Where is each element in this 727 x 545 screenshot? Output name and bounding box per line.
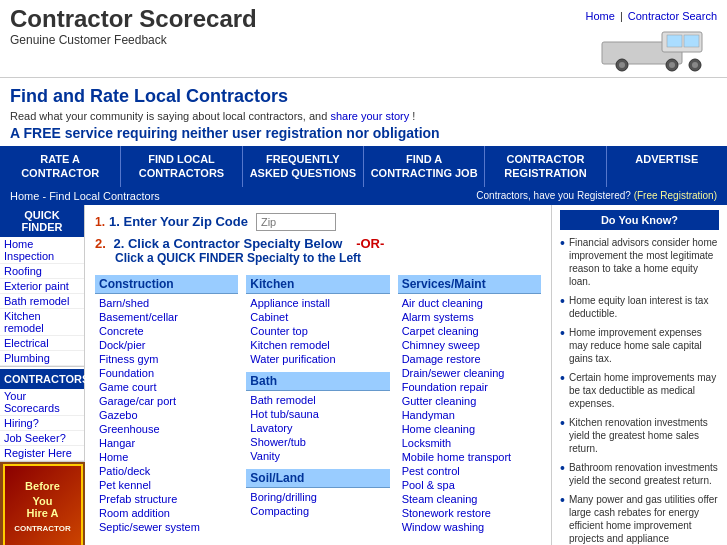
step2-sub: Click a QUICK FINDER Specialty to the Le… — [95, 251, 541, 265]
fact-4: • Certain home improvements may be tax d… — [560, 371, 719, 410]
cat-countertop[interactable]: Counter top — [246, 324, 389, 338]
cat-foundation[interactable]: Foundation — [95, 366, 238, 380]
cat-hangar[interactable]: Hangar — [95, 436, 238, 450]
free-service-text: A FREE service requiring neither user re… — [10, 125, 717, 141]
cat-home[interactable]: Home — [95, 450, 238, 464]
cat-greenhouse[interactable]: Greenhouse — [95, 422, 238, 436]
cat-bath-remodel[interactable]: Bath remodel — [246, 393, 389, 407]
left-sidebar: QUICK FINDER Home Inspection Roofing Ext… — [0, 205, 85, 545]
cat-carpet-cleaning[interactable]: Carpet cleaning — [398, 324, 541, 338]
cat-alarm-systems[interactable]: Alarm systems — [398, 310, 541, 324]
construction-header: Construction — [95, 275, 238, 294]
home-link[interactable]: Home — [586, 10, 615, 22]
sidebar-item-your-scorecards[interactable]: Your Scorecards — [0, 389, 84, 416]
middle-column: Kitchen Appliance install Cabinet Counte… — [246, 275, 389, 534]
zip-input[interactable] — [256, 213, 336, 231]
services-header: Services/Maint — [398, 275, 541, 294]
svg-point-9 — [692, 62, 698, 68]
cat-prefab[interactable]: Prefab structure — [95, 492, 238, 506]
sidebar-item-electrical[interactable]: Electrical — [0, 336, 84, 351]
cat-foundation-repair[interactable]: Foundation repair — [398, 380, 541, 394]
cat-kitchen-remodel[interactable]: Kitchen remodel — [246, 338, 389, 352]
cat-room-addition[interactable]: Room addition — [95, 506, 238, 520]
cat-vanity[interactable]: Vanity — [246, 449, 389, 463]
contractors-section: CONTRACTORS Your Scorecards Hiring? Job … — [0, 369, 84, 462]
header-nav: Home | Contractor Search — [586, 5, 717, 22]
sidebar-item-register-here[interactable]: Register Here — [0, 446, 84, 461]
contractor-search-link[interactable]: Contractor Search — [628, 10, 717, 22]
zip-label: 1. Enter Your Zip Code — [109, 214, 248, 229]
sidebar-item-plumbing[interactable]: Plumbing — [0, 351, 84, 366]
breadcrumb-left: Home - Find Local Contractors — [10, 190, 160, 202]
cat-barn-shed[interactable]: Barn/shed — [95, 296, 238, 310]
cat-handyman[interactable]: Handyman — [398, 408, 541, 422]
cat-air-duct[interactable]: Air duct cleaning — [398, 296, 541, 310]
cat-fitness-gym[interactable]: Fitness gym — [95, 352, 238, 366]
nav-job[interactable]: FIND A CONTRACTING JOB — [364, 146, 485, 187]
book-cover: Before You Hire A CONTRACTOR — [3, 464, 83, 545]
cat-pool-spa[interactable]: Pool & spa — [398, 478, 541, 492]
cat-damage-restore[interactable]: Damage restore — [398, 352, 541, 366]
cat-gutter-cleaning[interactable]: Gutter cleaning — [398, 394, 541, 408]
cat-dock[interactable]: Dock/pier — [95, 338, 238, 352]
sidebar-item-exterior-paint[interactable]: Exterior paint — [0, 279, 84, 294]
do-you-know-header: Do You Know? — [560, 210, 719, 230]
share-story-link[interactable]: share your story — [330, 110, 409, 122]
cat-steam-cleaning[interactable]: Steam cleaning — [398, 492, 541, 506]
cat-pet-kennel[interactable]: Pet kennel — [95, 478, 238, 492]
contractors-header: CONTRACTORS — [0, 369, 84, 389]
sidebar-item-bath-remodel[interactable]: Bath remodel — [0, 294, 84, 309]
nav-registration[interactable]: CONTRACTOR REGISTRATION — [485, 146, 606, 187]
categories-area: Construction Barn/shed Basement/cellar C… — [95, 275, 541, 534]
svg-rect-3 — [684, 35, 699, 47]
cat-gazebo[interactable]: Gazebo — [95, 408, 238, 422]
fact-2: • Home equity loan interest is tax deduc… — [560, 294, 719, 320]
cat-garage[interactable]: Garage/car port — [95, 394, 238, 408]
nav-faq[interactable]: FREQUENTLY ASKED QUESTIONS — [243, 146, 364, 187]
cat-home-cleaning[interactable]: Home cleaning — [398, 422, 541, 436]
cat-locksmith[interactable]: Locksmith — [398, 436, 541, 450]
cat-concrete[interactable]: Concrete — [95, 324, 238, 338]
free-registration-link[interactable]: (Free Registration) — [634, 190, 717, 201]
cat-hot-tub[interactable]: Hot tub/sauna — [246, 407, 389, 421]
cat-game-court[interactable]: Game court — [95, 380, 238, 394]
cat-shower-tub[interactable]: Shower/tub — [246, 435, 389, 449]
cat-pest-control[interactable]: Pest control — [398, 464, 541, 478]
cat-patio[interactable]: Patio/deck — [95, 464, 238, 478]
cat-septic[interactable]: Septic/sewer system — [95, 520, 238, 534]
svg-rect-2 — [667, 35, 682, 47]
cat-appliance[interactable]: Appliance install — [246, 296, 389, 310]
cat-stonework[interactable]: Stonework restore — [398, 506, 541, 520]
cat-drain-cleaning[interactable]: Drain/sewer cleaning — [398, 366, 541, 380]
nav-rate[interactable]: RATE A CONTRACTOR — [0, 146, 121, 187]
cat-basement[interactable]: Basement/cellar — [95, 310, 238, 324]
sidebar-item-roofing[interactable]: Roofing — [0, 264, 84, 279]
sidebar-item-home-inspection[interactable]: Home Inspection — [0, 237, 84, 264]
center-content: 1. 1. Enter Your Zip Code 2. 2. Click a … — [85, 205, 552, 545]
cat-water-purification[interactable]: Water purification — [246, 352, 389, 366]
quick-finder-section: QUICK FINDER Home Inspection Roofing Ext… — [0, 205, 84, 367]
sidebar-item-kitchen-remodel[interactable]: Kitchen remodel — [0, 309, 84, 336]
cat-chimney-sweep[interactable]: Chimney sweep — [398, 338, 541, 352]
cat-mobile-home[interactable]: Mobile home transport — [398, 450, 541, 464]
fact-7: • Many power and gas utilities offer lar… — [560, 493, 719, 545]
registration-prompt: Contractors, have you Registered? (Free … — [476, 190, 717, 202]
fact-3: • Home improvement expenses may reduce h… — [560, 326, 719, 365]
sidebar-item-job-seeker[interactable]: Job Seeker? — [0, 431, 84, 446]
nav-advertise[interactable]: ADVERTISE — [607, 146, 727, 187]
page-header: Contractor Scorecard Genuine Customer Fe… — [0, 0, 727, 78]
cat-boring[interactable]: Boring/drilling — [246, 490, 389, 504]
cat-window-washing[interactable]: Window washing — [398, 520, 541, 534]
zip-section: 1. 1. Enter Your Zip Code 2. 2. Click a … — [95, 213, 541, 265]
nav-find[interactable]: FIND LOCAL CONTRACTORS — [121, 146, 242, 187]
cat-cabinet[interactable]: Cabinet — [246, 310, 389, 324]
svg-point-5 — [619, 62, 625, 68]
site-tagline: Genuine Customer Feedback — [10, 33, 257, 47]
cat-compacting[interactable]: Compacting — [246, 504, 389, 518]
fact-5: • Kitchen renovation investments yield t… — [560, 416, 719, 455]
breadcrumb-home[interactable]: Home — [10, 190, 39, 202]
logo-area: Contractor Scorecard Genuine Customer Fe… — [10, 5, 257, 47]
cat-lavatory[interactable]: Lavatory — [246, 421, 389, 435]
construction-column: Construction Barn/shed Basement/cellar C… — [95, 275, 238, 534]
sidebar-item-hiring[interactable]: Hiring? — [0, 416, 84, 431]
